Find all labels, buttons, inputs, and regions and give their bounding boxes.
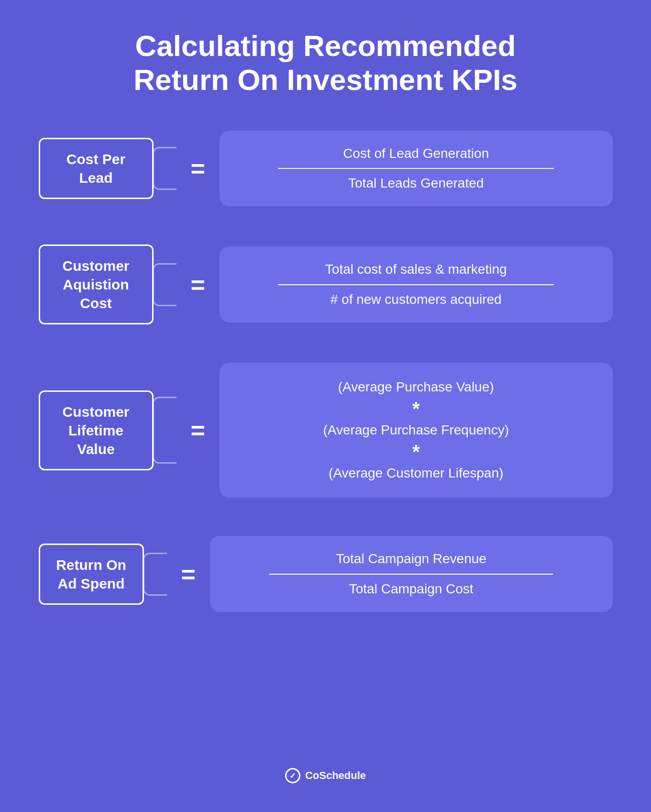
left-section-cpl: Cost Per Lead [39,138,177,199]
formula-bubble-cpl: Cost of Lead Generation Total Leads Gene… [220,131,613,207]
kpi-row-cac: Customer Aquistion Cost = Total cost of … [39,245,613,324]
formula-numerator-cpl: Cost of Lead Generation [343,145,489,162]
right-section-roas: = Total Campaign Revenue Total Campaign … [167,536,613,612]
formula-numerator-cac: Total cost of sales & marketing [325,261,507,278]
kpi-section: Cost Per Lead = Cost of Lead Generation … [39,131,613,632]
right-section-cpl: = Cost of Lead Generation Total Leads Ge… [177,131,613,207]
equals-clv: = [177,416,220,445]
formula-divider-cac [278,284,554,285]
left-section-roas: Return On Ad Spend [39,544,167,605]
formula-denominator-cac: # of new customers acquired [331,291,502,308]
formula-numerator-roas: Total Campaign Revenue [336,550,486,567]
page-wrapper: Calculating Recommended Return On Invest… [0,0,651,812]
formula-divider-cpl [278,168,554,169]
formula-bubble-clv: (Average Purchase Value) * (Average Purc… [220,363,613,498]
formula-bubble-cac: Total cost of sales & marketing # of new… [220,246,613,323]
kpi-row-roas: Return On Ad Spend = Total Campaign Reve… [39,536,613,612]
footer-logo-text: CoSchedule [305,769,366,782]
left-section-cac: Customer Aquistion Cost [39,245,177,324]
formula-denominator-cpl: Total Leads Generated [348,175,484,192]
clv-line-1: (Average Purchase Value) [338,377,494,397]
brace-connector-cac [153,263,177,306]
clv-multiply-1: * [412,399,420,418]
formula-bubble-roas: Total Campaign Revenue Total Campaign Co… [210,536,613,612]
footer-logo: ✓ CoSchedule [285,768,366,783]
brace-connector-clv [153,397,177,464]
label-clv: Customer Lifetime Value [39,390,154,470]
left-section-clv: Customer Lifetime Value [39,390,177,470]
label-cac: Customer Aquistion Cost [39,245,154,324]
label-roas: Return On Ad Spend [39,544,144,605]
equals-roas: = [167,560,210,589]
equals-cac: = [177,270,220,299]
brace-connector-cpl [153,147,177,190]
footer: ✓ CoSchedule [285,749,366,783]
right-section-clv: = (Average Purchase Value) * (Average Pu… [177,363,613,498]
clv-line-3: (Average Customer Lifespan) [329,463,503,483]
clv-line-2: (Average Purchase Frequency) [323,420,509,440]
label-cost-per-lead: Cost Per Lead [39,138,154,199]
clv-multiply-2: * [412,442,420,461]
coschedule-icon: ✓ [285,768,300,783]
kpi-row-clv: Customer Lifetime Value = (Average Purch… [39,363,613,498]
brace-connector-roas [143,553,167,596]
right-section-cac: = Total cost of sales & marketing # of n… [177,246,613,323]
equals-cpl: = [177,154,220,183]
kpi-row-cost-per-lead: Cost Per Lead = Cost of Lead Generation … [39,131,613,207]
page-title: Calculating Recommended Return On Invest… [133,29,518,97]
formula-denominator-roas: Total Campaign Cost [349,580,474,598]
formula-divider-roas [269,574,553,575]
